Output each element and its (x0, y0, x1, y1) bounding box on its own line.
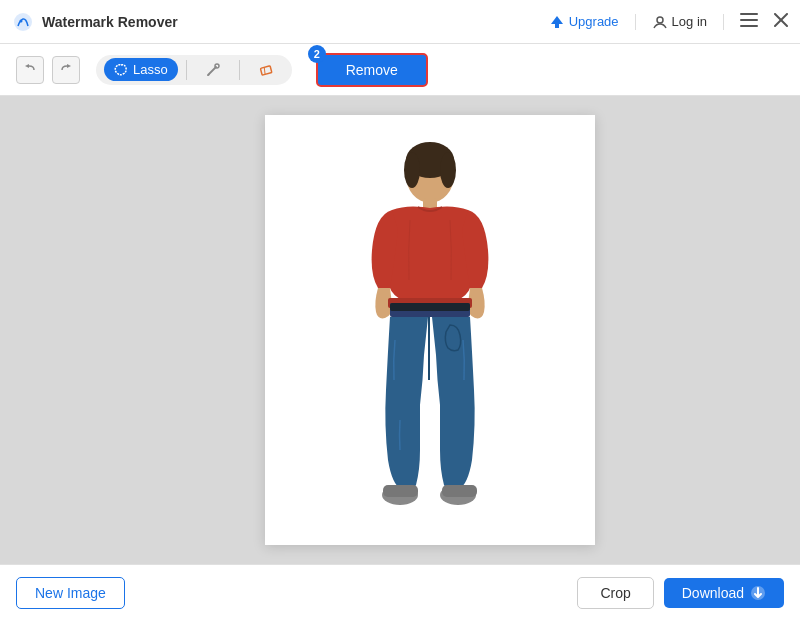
download-icon (750, 585, 766, 601)
svg-marker-9 (25, 64, 29, 68)
bottom-bar: New Image Crop Download (0, 564, 800, 621)
hamburger-menu-icon[interactable] (740, 13, 758, 31)
svg-rect-13 (260, 65, 271, 74)
svg-marker-2 (551, 16, 563, 28)
upgrade-icon (549, 14, 565, 30)
tool-separator2 (239, 60, 240, 80)
lasso-label: Lasso (133, 62, 168, 77)
svg-rect-25 (383, 485, 418, 497)
download-label: Download (682, 585, 744, 601)
app-title: Watermark Remover (42, 14, 549, 30)
svg-line-11 (208, 67, 216, 75)
eraser-tool-button[interactable] (248, 58, 284, 82)
undo-button[interactable] (16, 56, 44, 84)
svg-point-0 (14, 13, 32, 31)
image-card (265, 115, 595, 545)
upgrade-button[interactable]: Upgrade (549, 14, 619, 30)
remove-button[interactable]: Remove (316, 53, 428, 87)
svg-rect-22 (390, 303, 470, 311)
user-icon (652, 14, 668, 30)
svg-point-3 (657, 17, 663, 23)
svg-rect-5 (740, 19, 758, 21)
title-bar: Watermark Remover Upgrade Log in (0, 0, 800, 44)
lasso-tool-button[interactable]: Lasso (104, 58, 178, 81)
lasso-icon (114, 63, 128, 77)
brush-tool-button[interactable] (195, 58, 231, 82)
svg-rect-4 (740, 13, 758, 15)
crop-button[interactable]: Crop (577, 577, 653, 609)
svg-point-17 (404, 152, 420, 188)
new-image-button[interactable]: New Image (16, 577, 125, 609)
login-label: Log in (672, 14, 707, 29)
app-icon (12, 11, 34, 33)
tool-group: Lasso (96, 55, 292, 85)
svg-line-14 (263, 67, 266, 74)
upgrade-label: Upgrade (569, 14, 619, 29)
tool-separator (186, 60, 187, 80)
brush-icon (205, 62, 221, 78)
svg-rect-27 (442, 485, 477, 497)
svg-point-18 (440, 152, 456, 188)
redo-button[interactable] (52, 56, 80, 84)
main-canvas-area (0, 96, 800, 564)
bottom-right-actions: Crop Download (577, 577, 784, 609)
login-button[interactable]: Log in (652, 14, 707, 30)
person-image (320, 140, 540, 520)
badge: 2 (308, 45, 326, 63)
eraser-icon (258, 62, 274, 78)
divider2 (723, 14, 724, 30)
remove-button-wrapper: 2 Remove (316, 53, 428, 87)
download-button[interactable]: Download (664, 578, 784, 608)
svg-point-12 (215, 64, 219, 68)
svg-point-1 (20, 19, 23, 22)
close-icon[interactable] (774, 13, 788, 31)
svg-rect-6 (740, 25, 758, 27)
title-actions: Upgrade Log in (549, 13, 788, 31)
toolbar: Lasso 2 Remove (0, 44, 800, 96)
divider (635, 14, 636, 30)
svg-marker-10 (67, 64, 71, 68)
